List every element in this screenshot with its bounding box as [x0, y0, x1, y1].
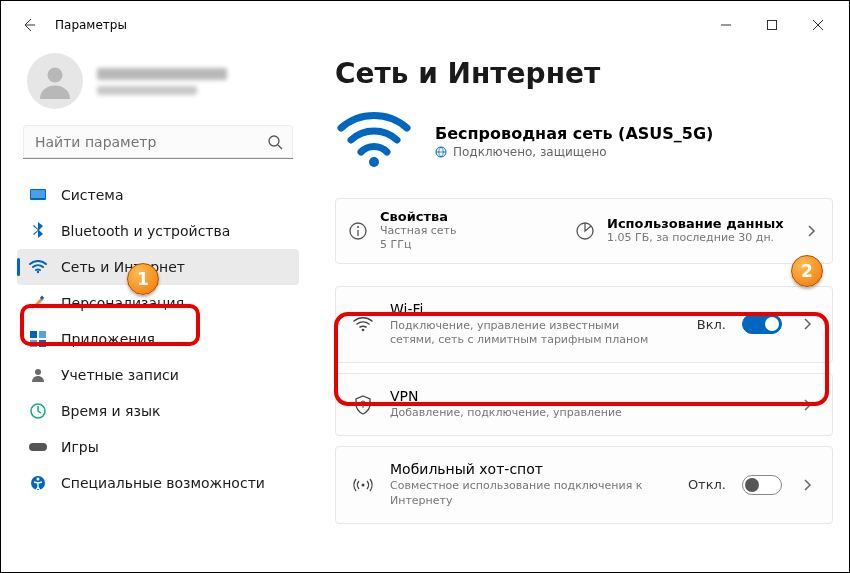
user-name-redacted [97, 68, 227, 95]
chevron-right-icon [802, 224, 820, 238]
vpn-title: VPN [390, 388, 782, 404]
hotspot-card[interactable]: Мобильный хот-спот Совместное использова… [335, 446, 833, 524]
vpn-sub: Добавление, подключение, управление [390, 406, 650, 421]
wifi-card[interactable]: Wi-Fi Подключение, управление известными… [335, 286, 833, 364]
svg-point-23 [362, 483, 365, 486]
network-hero: Беспроводная сеть (ASUS_5G) Подключено, … [335, 112, 833, 170]
chevron-right-icon [798, 478, 816, 492]
wifi-toggle[interactable] [742, 314, 782, 334]
info-icon [348, 221, 368, 241]
search-input[interactable] [23, 125, 293, 159]
wifi-title: Wi-Fi [390, 301, 681, 317]
search-box[interactable] [23, 125, 293, 159]
apps-icon [29, 330, 47, 348]
properties-cell[interactable]: Свойства Частная сеть 5 ГГц [348, 209, 567, 253]
sidebar-item-accessibility[interactable]: Специальные возможности [17, 465, 299, 501]
minimize-button[interactable] [703, 9, 749, 41]
data-usage-sub: 1.05 ГБ, за последние 30 дн. [607, 231, 784, 245]
hotspot-toggle[interactable] [742, 475, 782, 495]
sidebar-item-label: Сеть и Интернет [61, 259, 185, 275]
window-controls [703, 9, 841, 41]
sidebar-item-apps[interactable]: Приложения [17, 321, 299, 357]
maximize-button[interactable] [749, 9, 795, 41]
globe-clock-icon [29, 402, 47, 420]
wifi-icon [352, 316, 374, 332]
window-title: Параметры [55, 18, 127, 32]
chevron-right-icon [798, 317, 816, 331]
globe-small-icon [435, 146, 447, 158]
svg-point-22 [361, 401, 365, 405]
brush-icon [29, 294, 47, 312]
shield-icon [352, 395, 374, 415]
sidebar-item-label: Bluetooth и устройства [61, 223, 230, 239]
monitor-icon [29, 186, 47, 204]
properties-title: Свойства [380, 209, 457, 224]
data-usage-cell[interactable]: Использование данных 1.05 ГБ, за последн… [575, 216, 794, 245]
svg-rect-4 [31, 190, 45, 198]
arrow-left-icon [21, 17, 37, 33]
bluetooth-icon [29, 222, 47, 240]
sidebar-item-label: Учетные записи [61, 367, 179, 383]
quick-stats-row[interactable]: Свойства Частная сеть 5 ГГц Использовани… [335, 198, 833, 264]
network-name: Беспроводная сеть (ASUS_5G) [435, 124, 713, 143]
sidebar-item-bluetooth[interactable]: Bluetooth и устройства [17, 213, 299, 249]
vpn-card[interactable]: VPN Добавление, подключение, управление [335, 373, 833, 436]
properties-sub: Частная сеть 5 ГГц [380, 224, 457, 253]
main-panel: Сеть и Интернет Беспроводная сеть (ASUS_… [311, 49, 849, 572]
close-button[interactable] [795, 9, 841, 41]
data-usage-title: Использование данных [607, 216, 784, 231]
svg-rect-0 [768, 21, 777, 30]
wifi-sub: Подключение, управление известными сетям… [390, 319, 650, 349]
avatar [27, 53, 83, 109]
marker-1: 1 [127, 263, 159, 295]
network-status: Подключено, защищено [435, 145, 713, 159]
svg-rect-9 [30, 340, 37, 347]
svg-rect-8 [39, 331, 46, 338]
sidebar-item-time-language[interactable]: Время и язык [17, 393, 299, 429]
wifi-state: Вкл. [697, 317, 726, 332]
back-button[interactable] [9, 5, 49, 45]
page-title: Сеть и Интернет [335, 57, 833, 90]
sidebar-item-accounts[interactable]: Учетные записи [17, 357, 299, 393]
svg-point-11 [35, 369, 41, 375]
gamepad-icon [29, 438, 47, 456]
sidebar-item-label: Система [61, 187, 123, 203]
sidebar-item-label: Персонализация [61, 295, 184, 311]
wifi-icon [29, 258, 47, 276]
svg-rect-7 [30, 331, 37, 338]
person-icon [37, 63, 73, 99]
sidebar-item-label: Приложения [61, 331, 155, 347]
svg-point-2 [269, 136, 279, 146]
svg-point-16 [369, 157, 379, 167]
sidebar-item-personalization[interactable]: Персонализация [17, 285, 299, 321]
svg-rect-10 [39, 340, 46, 347]
sidebar-item-label: Игры [61, 439, 99, 455]
hotspot-icon [352, 476, 374, 494]
search-icon [267, 134, 283, 150]
nav-list: Система Bluetooth и устройства Сеть и Ин… [17, 177, 299, 501]
svg-point-1 [48, 68, 63, 83]
accounts-icon [29, 366, 47, 384]
accessibility-icon [29, 474, 47, 492]
svg-rect-13 [29, 443, 47, 451]
titlebar: Параметры [1, 1, 849, 49]
svg-point-5 [37, 271, 39, 273]
sidebar-item-label: Специальные возможности [61, 475, 265, 491]
sidebar: Система Bluetooth и устройства Сеть и Ин… [1, 49, 311, 572]
hotspot-state: Откл. [688, 477, 726, 492]
svg-point-19 [357, 226, 359, 228]
sidebar-item-system[interactable]: Система [17, 177, 299, 213]
svg-point-15 [37, 478, 40, 481]
chevron-right-icon [798, 398, 816, 412]
hotspot-title: Мобильный хот-спот [390, 461, 672, 477]
sidebar-item-label: Время и язык [61, 403, 160, 419]
pie-icon [575, 221, 595, 241]
marker-2: 2 [791, 255, 823, 287]
hotspot-sub: Совместное использование подключения к И… [390, 479, 650, 509]
user-block[interactable] [27, 53, 289, 109]
svg-point-21 [362, 329, 365, 332]
wifi-large-icon [335, 112, 413, 170]
sidebar-item-gaming[interactable]: Игры [17, 429, 299, 465]
